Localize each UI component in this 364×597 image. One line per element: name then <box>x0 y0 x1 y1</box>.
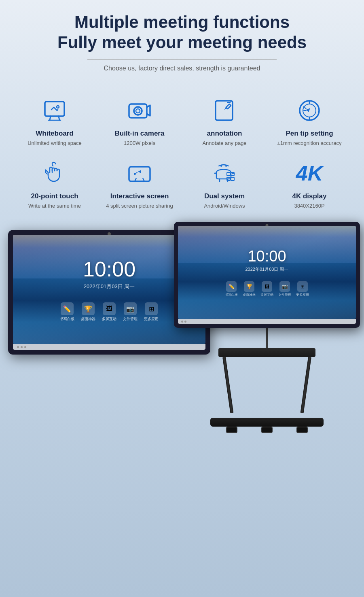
stand-structure <box>210 328 324 433</box>
small-monitor-bottom-bar <box>178 319 356 324</box>
feature-4k: 4K 4K display 3840X2160P <box>267 155 352 214</box>
svg-rect-26 <box>231 177 234 181</box>
feature-interactive: Interactive screen 4 split screen pictur… <box>97 155 182 214</box>
feature-dual: Dual system Android/Windows <box>182 155 267 214</box>
main-title: Multiple meeting functions Fully meet yo… <box>24 12 340 53</box>
dual-icon <box>210 159 239 187</box>
dual-desc: Android/Windows <box>204 202 245 210</box>
bar-dot-1 <box>17 346 19 348</box>
stand-wheels <box>214 427 320 433</box>
svg-rect-23 <box>227 172 230 176</box>
svg-point-6 <box>134 107 142 115</box>
camera-title: Built-in camera <box>115 130 165 138</box>
small-screen-time: 10:00 <box>248 248 286 265</box>
monitor-stand-wrapper: 10:00 2022年01月03日 周一 ✏️ 书写白板 🏆 桌面神器 🖼 <box>174 222 360 433</box>
stand-leg-right <box>301 357 311 414</box>
app-icon-3: 🖼 多屏互动 <box>102 302 116 322</box>
touch-desc: Write at the same time <box>28 202 81 210</box>
stand-leg-left <box>222 357 233 414</box>
stand-shelf <box>218 348 315 357</box>
wheel-left <box>226 427 237 433</box>
small-app-icon-5: ⊞ 更多应用 <box>296 281 309 297</box>
feature-camera: Built-in camera 1200W pixels <box>97 92 182 151</box>
pen-title: Pen tip setting <box>286 130 333 138</box>
monitor-small-frame: 10:00 2022年01月03日 周一 ✏️ 书写白板 🏆 桌面神器 🖼 <box>174 222 360 328</box>
divider <box>87 59 277 60</box>
whiteboard-icon <box>40 96 69 125</box>
whiteboard-desc: Unlimited writing space <box>28 140 82 147</box>
header-section: Multiple meeting functions Fully meet yo… <box>0 12 364 80</box>
dual-title: Dual system <box>204 192 245 200</box>
feature-pen: Pen tip setting ±1mm recognition accurac… <box>267 92 352 151</box>
annotation-title: annotation <box>207 130 242 138</box>
annotation-desc: Annotate any page <box>202 140 246 147</box>
interactive-desc: 4 split screen picture sharing <box>106 202 173 210</box>
svg-rect-8 <box>216 101 233 120</box>
svg-rect-0 <box>45 102 64 116</box>
wheel-center <box>261 427 273 433</box>
svg-point-4 <box>57 106 59 108</box>
pen-desc: ±1mm recognition accuracy <box>277 140 342 147</box>
whiteboard-title: Whiteboard <box>36 130 74 138</box>
app-icon-1: ✏️ 书写白板 <box>60 302 74 322</box>
svg-line-2 <box>59 116 59 120</box>
4k-icon: 4K <box>295 159 324 187</box>
big-screen-icons: ✏️ 书写白板 🏆 桌面神器 🖼 多屏互动 📷 <box>60 302 159 322</box>
small-app-icon-4: 📷 文件管理 <box>278 281 291 297</box>
annotation-icon <box>210 96 239 125</box>
app-icon-2: 🏆 桌面神器 <box>81 302 95 322</box>
pen-icon <box>295 96 324 125</box>
small-monitor-screen: 10:00 2022年01月03日 周一 ✏️ 书写白板 🏆 桌面神器 🖼 <box>178 226 356 319</box>
svg-rect-5 <box>129 104 147 118</box>
stand-neck <box>266 328 268 348</box>
display-section: 10:00 2022年01月03日 周一 ✏️ 书写白板 🏆 桌面神器 🖼 <box>0 218 364 521</box>
big-screen-date: 2022年01月03日 周一 <box>84 283 135 290</box>
4k-title: 4K display <box>292 192 326 200</box>
touch-title: 20-point touch <box>31 192 78 200</box>
feature-touch: 20-point touch Write at the same time <box>12 155 97 214</box>
small-screen-date: 2022年01月03日 周一 <box>245 266 289 272</box>
page-container: Multiple meeting functions Fully meet yo… <box>0 0 364 597</box>
interactive-title: Interactive screen <box>110 192 169 200</box>
small-app-icon-3: 🖼 多屏互动 <box>260 281 273 297</box>
feature-annotation: annotation Annotate any page <box>182 92 267 151</box>
bar-dot-3 <box>24 346 26 348</box>
feature-whiteboard: Whiteboard Unlimited writing space <box>12 92 97 151</box>
wheel-right <box>296 427 308 433</box>
bar-dot-2 <box>21 346 23 348</box>
stand-base <box>210 418 324 427</box>
small-screen-icons: ✏️ 书写白板 🏆 桌面神器 🖼 多屏互动 📷 <box>225 281 309 297</box>
camera-desc: 1200W pixels <box>124 140 155 147</box>
4k-desc: 3840X2160P <box>294 202 324 210</box>
interactive-icon <box>125 159 154 187</box>
camera-icon <box>125 96 154 125</box>
svg-point-7 <box>136 109 140 113</box>
4k-label: 4K <box>296 163 323 184</box>
subtitle: Choose us, factory direct sales, strengt… <box>24 65 340 72</box>
features-grid-row1: Whiteboard Unlimited writing space Built… <box>0 80 364 218</box>
small-app-icon-2: 🏆 桌面神器 <box>243 281 256 297</box>
svg-line-13 <box>304 106 306 109</box>
svg-rect-15 <box>129 167 150 181</box>
app-icon-4: 📷 文件管理 <box>123 302 138 322</box>
small-app-icon-1: ✏️ 书写白板 <box>225 281 238 297</box>
touch-icon <box>40 159 69 187</box>
app-icon-5: ⊞ 更多应用 <box>144 302 159 322</box>
big-screen-time: 10:00 <box>83 257 135 281</box>
svg-line-1 <box>50 116 51 120</box>
